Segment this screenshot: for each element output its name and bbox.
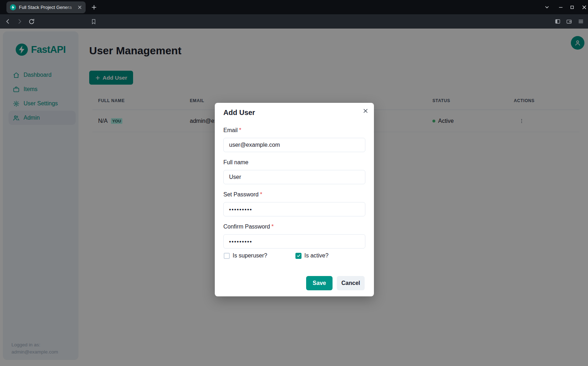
set-password-field[interactable] bbox=[223, 202, 365, 216]
confirm-password-field[interactable] bbox=[223, 234, 365, 249]
tab-close-icon[interactable] bbox=[77, 4, 83, 10]
set-password-field-group: Set Password* bbox=[223, 191, 365, 216]
full-name-label: Full name bbox=[223, 159, 365, 166]
confirm-password-field-group: Confirm Password* bbox=[223, 224, 365, 249]
is-superuser-checkbox[interactable]: Is superuser? bbox=[224, 252, 267, 259]
checkbox-row: Is superuser? Is active? bbox=[223, 252, 365, 260]
wallet-icon[interactable] bbox=[565, 17, 573, 26]
sidebar-panel-icon[interactable] bbox=[553, 17, 562, 26]
is-active-label: Is active? bbox=[304, 252, 329, 259]
menu-hamburger-icon[interactable] bbox=[577, 17, 585, 26]
maximize-button[interactable] bbox=[567, 2, 577, 12]
email-field-group: Email* bbox=[223, 127, 365, 152]
set-password-label: Set Password* bbox=[223, 191, 365, 198]
reload-button[interactable] bbox=[27, 17, 36, 26]
is-superuser-label: Is superuser? bbox=[233, 252, 267, 259]
save-button[interactable]: Save bbox=[306, 276, 333, 290]
modal-close-icon[interactable] bbox=[360, 106, 370, 116]
add-user-modal: Add User Email* Full name Set Password* … bbox=[215, 103, 374, 296]
close-window-button[interactable] bbox=[579, 2, 588, 12]
required-asterisk: * bbox=[272, 224, 274, 230]
email-label: Email* bbox=[223, 127, 365, 134]
full-name-field[interactable] bbox=[223, 170, 365, 184]
bookmark-icon[interactable] bbox=[89, 17, 98, 26]
checkbox-checked-icon[interactable] bbox=[295, 253, 301, 259]
cancel-button[interactable]: Cancel bbox=[337, 276, 365, 290]
back-button[interactable] bbox=[4, 17, 12, 26]
browser-tab-bar: Full Stack Project Genera bbox=[0, 0, 588, 14]
new-tab-button[interactable] bbox=[89, 2, 98, 12]
confirm-password-label: Confirm Password* bbox=[223, 224, 365, 230]
full-name-field-group: Full name bbox=[223, 159, 365, 184]
forward-button[interactable] bbox=[15, 17, 24, 26]
browser-toolbar: localhost/admin 1 bbox=[0, 14, 588, 29]
browser-tab[interactable]: Full Stack Project Genera bbox=[6, 1, 86, 13]
required-asterisk: * bbox=[239, 127, 241, 133]
is-active-checkbox[interactable]: Is active? bbox=[295, 252, 329, 259]
email-field[interactable] bbox=[223, 138, 365, 152]
modal-title: Add User bbox=[223, 109, 255, 117]
required-asterisk: * bbox=[260, 191, 262, 197]
fastapi-favicon-icon bbox=[10, 4, 16, 10]
tab-search-chevron-icon[interactable] bbox=[542, 2, 552, 12]
minimize-button[interactable] bbox=[556, 2, 566, 12]
tab-title-fade bbox=[65, 3, 77, 12]
checkbox-unchecked-icon[interactable] bbox=[224, 253, 230, 259]
